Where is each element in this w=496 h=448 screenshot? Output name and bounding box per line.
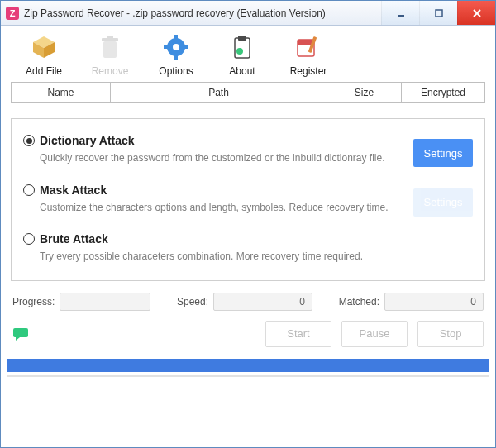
maximize-button[interactable] <box>419 1 457 25</box>
col-encrypted[interactable]: Encrypted <box>402 83 484 102</box>
clipboard-icon <box>209 32 275 62</box>
dictionary-settings-button[interactable]: Settings <box>413 139 473 167</box>
svg-rect-7 <box>103 41 117 58</box>
progress-label: Progress: <box>12 296 55 307</box>
svg-point-11 <box>173 44 179 50</box>
radio-mask[interactable] <box>23 184 35 196</box>
toolbar-label: About <box>209 65 275 77</box>
svg-rect-8 <box>102 38 118 41</box>
toolbar: Add File Remove Options About Register <box>1 26 495 82</box>
svg-rect-16 <box>235 38 250 58</box>
attack-title: Brute Attack <box>40 232 108 245</box>
close-button[interactable] <box>457 1 495 25</box>
attack-desc: Try every possible characeters combinati… <box>40 250 395 264</box>
add-file-button[interactable]: Add File <box>11 32 77 77</box>
toolbar-label: Register <box>275 65 341 77</box>
svg-rect-12 <box>174 35 178 40</box>
stop-button[interactable]: Stop <box>417 321 484 347</box>
options-button[interactable]: Options <box>143 32 209 77</box>
svg-rect-13 <box>174 55 178 60</box>
remove-button: Remove <box>77 32 143 77</box>
speed-label: Speed: <box>177 296 208 307</box>
calendar-tools-icon <box>275 32 341 62</box>
register-button[interactable]: Register <box>275 32 341 77</box>
attack-dictionary: Dictionary Attack Quickly recover the pa… <box>23 134 473 165</box>
box-icon <box>11 32 77 62</box>
svg-rect-17 <box>238 36 246 41</box>
titlebar[interactable]: Zip Password Recover - .zip password rec… <box>1 1 495 26</box>
svg-rect-15 <box>184 45 188 49</box>
toolbar-label: Add File <box>11 65 77 77</box>
svg-rect-9 <box>107 36 113 38</box>
attack-title: Dictionary Attack <box>40 134 135 147</box>
app-window: Zip Password Recover - .zip password rec… <box>0 0 496 448</box>
toolbar-label: Remove <box>77 65 143 77</box>
radio-dictionary[interactable] <box>23 135 35 146</box>
attack-desc: Quickly recover the password from the cu… <box>40 152 395 165</box>
speed-value: 0 <box>213 293 312 311</box>
pause-button[interactable]: Pause <box>341 321 408 347</box>
attack-mask: Mask Attack Customize the characters opt… <box>23 183 473 215</box>
attack-panel: Dictionary Attack Quickly recover the pa… <box>11 118 485 281</box>
footer-divider <box>7 375 489 377</box>
col-path[interactable]: Path <box>111 83 327 102</box>
col-size[interactable]: Size <box>327 83 402 102</box>
overall-progress-bar <box>7 359 489 372</box>
attack-title: Mask Attack <box>40 183 107 197</box>
col-name[interactable]: Name <box>12 83 111 102</box>
attack-brute: Brute Attack Try every possible characet… <box>23 232 473 264</box>
matched-label: Matched: <box>339 296 379 307</box>
window-title: Zip Password Recover - .zip password rec… <box>24 7 381 19</box>
mask-settings-button: Settings <box>413 188 473 217</box>
action-row: Start Pause Stop <box>12 321 484 347</box>
trash-icon <box>77 32 143 62</box>
about-button[interactable]: About <box>209 32 275 77</box>
stats-row: Progress: Speed: 0 Matched: 0 <box>12 293 484 311</box>
svg-rect-14 <box>164 45 169 49</box>
file-table-header: Name Path Size Encrypted <box>11 82 485 103</box>
minimize-button[interactable] <box>381 1 419 25</box>
radio-brute[interactable] <box>23 233 35 245</box>
svg-rect-1 <box>436 10 442 17</box>
progress-value <box>60 293 150 311</box>
app-icon <box>6 7 19 20</box>
gear-icon <box>143 32 209 62</box>
attack-desc: Customize the characters options and len… <box>40 202 395 215</box>
svg-point-18 <box>236 48 243 55</box>
toolbar-label: Options <box>143 65 209 77</box>
chat-icon[interactable] <box>12 325 31 343</box>
matched-value: 0 <box>384 293 484 311</box>
start-button[interactable]: Start <box>265 321 331 347</box>
